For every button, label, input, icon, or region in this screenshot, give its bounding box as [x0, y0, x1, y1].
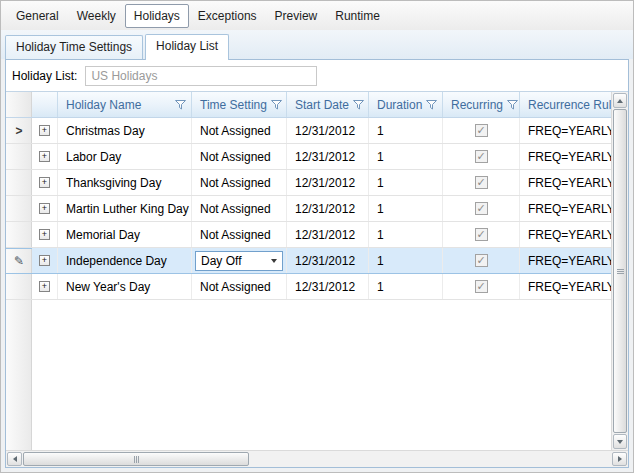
horizontal-scrollbar[interactable]	[6, 450, 628, 467]
cell-recurrence-rule[interactable]: FREQ=YEARLY;BYD	[520, 196, 611, 221]
cell-duration[interactable]: 1	[369, 170, 443, 195]
recurring-checkbox[interactable]: ✓	[475, 202, 488, 215]
grid-row[interactable]: + Memorial Day Not Assigned 12/31/2012 1…	[6, 222, 611, 248]
column-header-start-date[interactable]: Start Date	[287, 92, 369, 117]
expand-button[interactable]: +	[39, 229, 50, 240]
cell-start-date[interactable]: 12/31/2012	[287, 222, 369, 247]
cell-recurrence-rule[interactable]: FREQ=YEARLY;BYM	[520, 248, 611, 273]
column-header-time-setting[interactable]: Time Setting	[192, 92, 287, 117]
grid-row[interactable]: > + Christmas Day Not Assigned 12/31/201…	[6, 118, 611, 144]
cell-holiday-name[interactable]: Independence Day	[58, 248, 192, 273]
time-setting-combobox[interactable]: Day Off	[195, 251, 283, 271]
cell-duration[interactable]: 1	[369, 144, 443, 169]
filter-icon[interactable]	[507, 100, 518, 110]
cell-duration[interactable]: 1	[369, 196, 443, 221]
cell-start-date[interactable]: 12/31/2012	[287, 248, 369, 273]
recurring-checkbox[interactable]: ✓	[475, 228, 488, 241]
column-header-holiday-name[interactable]: Holiday Name	[58, 92, 192, 117]
recurring-checkbox[interactable]: ✓	[475, 124, 488, 137]
cell-start-date[interactable]: 12/31/2012	[287, 274, 369, 299]
tab-general[interactable]: General	[7, 4, 68, 28]
cell-holiday-name[interactable]: Memorial Day	[58, 222, 192, 247]
filter-icon[interactable]	[426, 100, 437, 110]
edit-row-icon: ✎	[14, 255, 24, 267]
cell-start-date[interactable]: 12/31/2012	[287, 170, 369, 195]
tab-weekly[interactable]: Weekly	[68, 4, 125, 28]
scroll-up-button[interactable]	[613, 93, 627, 108]
cell-time-setting[interactable]: Not Assigned	[192, 222, 287, 247]
tab-holidays[interactable]: Holidays	[125, 4, 189, 28]
cell-start-date[interactable]: 12/31/2012	[287, 118, 369, 143]
tab-holiday-time-settings[interactable]: Holiday Time Settings	[5, 35, 143, 59]
cell-holiday-name[interactable]: New Year's Day	[58, 274, 192, 299]
column-header-duration[interactable]: Duration	[369, 92, 443, 117]
scroll-right-button[interactable]	[612, 452, 627, 466]
check-icon: ✓	[476, 125, 485, 136]
column-header-label: Holiday Name	[66, 98, 141, 112]
cell-recurrence-rule[interactable]: FREQ=YEARLY;BYD	[520, 144, 611, 169]
grid-body: > + Christmas Day Not Assigned 12/31/201…	[6, 118, 611, 450]
column-header-recurring[interactable]: Recurring	[443, 92, 520, 117]
cell-duration[interactable]: 1	[369, 274, 443, 299]
recurring-checkbox[interactable]: ✓	[475, 254, 488, 267]
grid-row-selected[interactable]: ✎ + Independence Day Day Off 12/31/2012 …	[6, 248, 611, 274]
cell-holiday-name[interactable]: Martin Luther King Day	[58, 196, 192, 221]
cell-recurrence-rule[interactable]: FREQ=YEARLY;BYM	[520, 274, 611, 299]
cell-recurrence-rule[interactable]: FREQ=YEARLY;BYD	[520, 170, 611, 195]
filter-icon[interactable]	[271, 100, 282, 110]
combobox-value: Day Off	[201, 254, 241, 268]
grid-row[interactable]: + Martin Luther King Day Not Assigned 12…	[6, 196, 611, 222]
grid-row[interactable]: + Thanksgiving Day Not Assigned 12/31/20…	[6, 170, 611, 196]
header-expand-cell	[32, 92, 58, 117]
recurring-checkbox[interactable]: ✓	[475, 150, 488, 163]
expand-button[interactable]: +	[39, 255, 50, 266]
recurring-checkbox[interactable]: ✓	[475, 280, 488, 293]
vertical-scrollbar[interactable]	[611, 92, 628, 450]
column-header-recurrence-rule[interactable]: Recurrence Rule	[520, 92, 611, 117]
cell-holiday-name[interactable]: Thanksgiving Day	[58, 170, 192, 195]
cell-start-date[interactable]: 12/31/2012	[287, 144, 369, 169]
cell-recurrence-rule[interactable]: FREQ=YEARLY;BYD	[520, 222, 611, 247]
cell-time-setting[interactable]: Not Assigned	[192, 144, 287, 169]
cell-time-setting[interactable]: Not Assigned	[192, 118, 287, 143]
grid-row[interactable]: + New Year's Day Not Assigned 12/31/2012…	[6, 274, 611, 300]
chevron-down-icon	[271, 259, 277, 263]
scroll-left-button[interactable]	[7, 452, 22, 466]
cell-holiday-name[interactable]: Labor Day	[58, 144, 192, 169]
recurring-checkbox[interactable]: ✓	[475, 176, 488, 189]
expand-button[interactable]: +	[39, 125, 50, 136]
expand-button[interactable]: +	[39, 203, 50, 214]
tab-holiday-list[interactable]: Holiday List	[145, 34, 229, 60]
filter-icon[interactable]	[175, 100, 186, 110]
horizontal-scroll-thumb[interactable]	[23, 452, 249, 466]
check-icon: ✓	[476, 177, 485, 188]
filter-icon[interactable]	[353, 100, 364, 110]
cell-time-setting[interactable]: Not Assigned	[192, 274, 287, 299]
tab-preview[interactable]: Preview	[266, 4, 327, 28]
expand-cell: +	[32, 170, 58, 195]
expand-button[interactable]: +	[39, 281, 50, 292]
expand-cell: +	[32, 144, 58, 169]
cell-duration[interactable]: 1	[369, 118, 443, 143]
holiday-list-input[interactable]	[85, 66, 317, 86]
scroll-down-button[interactable]	[613, 434, 627, 449]
cell-recurrence-rule[interactable]: FREQ=YEARLY;BYM	[520, 118, 611, 143]
expand-button[interactable]: +	[39, 151, 50, 162]
tab-exceptions[interactable]: Exceptions	[189, 4, 266, 28]
grid-row[interactable]: + Labor Day Not Assigned 12/31/2012 1 ✓ …	[6, 144, 611, 170]
cell-holiday-name[interactable]: Christmas Day	[58, 118, 192, 143]
cell-time-setting[interactable]: Not Assigned	[192, 170, 287, 195]
cell-time-setting[interactable]: Not Assigned	[192, 196, 287, 221]
cell-start-date[interactable]: 12/31/2012	[287, 196, 369, 221]
column-header-label: Recurrence Rule	[528, 98, 611, 112]
tab-runtime[interactable]: Runtime	[326, 4, 389, 28]
holiday-settings-window: General Weekly Holidays Exceptions Previ…	[0, 0, 634, 473]
cell-duration[interactable]: 1	[369, 222, 443, 247]
expand-button[interactable]: +	[39, 177, 50, 188]
column-header-label: Recurring	[451, 98, 503, 112]
holiday-grid: Holiday Name Time Setting Start Date Dur…	[6, 91, 628, 467]
cell-duration[interactable]: 1	[369, 248, 443, 273]
current-row-arrow-icon: >	[15, 125, 22, 137]
vertical-scroll-thumb[interactable]	[613, 109, 627, 433]
expand-cell: +	[32, 248, 58, 273]
